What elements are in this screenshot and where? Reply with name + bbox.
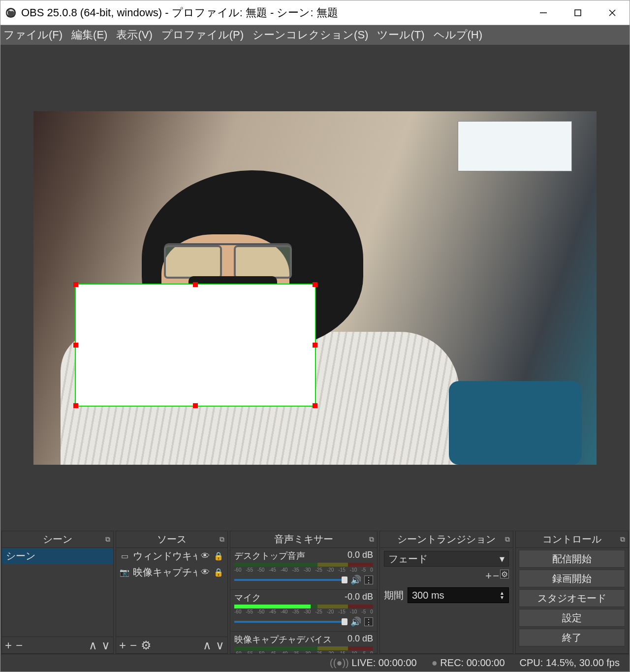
mixer-dock: 音声ミキサー ⧉ デスクトップ音声0.0 dB-60-55-50-45-40-3…: [230, 531, 378, 654]
selected-source-box[interactable]: [75, 284, 316, 407]
scene-item[interactable]: シーン: [2, 548, 113, 564]
mixer-db-value: 0.0 dB: [347, 550, 373, 562]
scenes-list[interactable]: シーン: [2, 548, 113, 637]
minimize-button[interactable]: [526, 0, 561, 25]
mixer-list: デスクトップ音声0.0 dB-60-55-50-45-40-35-30-25-2…: [230, 548, 377, 653]
settings-button[interactable]: 設定: [519, 609, 625, 627]
duration-label: 期間: [384, 589, 404, 602]
app-window: OBS 25.0.8 (64-bit, windows) - プロファイル: 無…: [0, 0, 630, 672]
transitions-dock: シーントランジション ⧉ フェード ▾ + − ⚙ 期間 300 ms ▲▼: [379, 531, 513, 654]
preview-canvas[interactable]: [33, 111, 597, 465]
popout-icon[interactable]: ⧉: [505, 535, 510, 544]
remove-transition-button[interactable]: −: [493, 570, 499, 582]
scenes-title: シーン: [2, 533, 113, 546]
lock-toggle-icon[interactable]: 🔒: [214, 551, 223, 561]
audio-meter: [234, 646, 373, 650]
camera-icon: 📷: [120, 568, 129, 577]
start-streaming-button[interactable]: 配信開始: [519, 550, 625, 568]
audio-meter: [234, 605, 373, 608]
menu-edit[interactable]: 編集(E): [71, 28, 107, 42]
mute-button-icon[interactable]: 🔊: [350, 616, 361, 627]
visibility-toggle-icon[interactable]: 👁: [201, 551, 210, 561]
svg-rect-3: [575, 10, 581, 16]
source-item-label: ウィンドウキャプチャ: [133, 549, 197, 563]
mixer-channel: 映像キャプチャデバイス0.0 dB-60-55-50-45-40-35-30-2…: [230, 632, 377, 653]
mixer-db-value: 0.0 dB: [347, 634, 373, 645]
resize-handle-br[interactable]: [313, 403, 317, 408]
source-properties-button[interactable]: ⚙: [141, 639, 152, 652]
mute-button-icon[interactable]: 🔊: [350, 575, 361, 585]
volume-slider[interactable]: [234, 579, 347, 581]
menubar: ファイル(F) 編集(E) 表示(V) プロファイル(P) シーンコレクション(…: [0, 25, 630, 45]
sources-dock: ソース ⧉ ▭ ウィンドウキャプチャ 👁 🔒 📷 映像キャプチャデバイス 👁 🔒: [116, 531, 228, 654]
source-down-button[interactable]: ∨: [216, 639, 224, 652]
source-up-button[interactable]: ∧: [203, 639, 212, 652]
sources-title: ソース: [116, 533, 227, 546]
controls-title: コントロール: [516, 533, 628, 546]
broadcast-icon: ((●)): [330, 657, 349, 668]
remove-source-button[interactable]: −: [130, 639, 137, 652]
mixer-db-value: -0.0 dB: [345, 592, 373, 604]
resize-handle-tr[interactable]: [313, 282, 317, 287]
start-recording-button[interactable]: 録画開始: [519, 570, 625, 587]
transition-properties-button[interactable]: ⚙: [500, 570, 509, 578]
spin-arrows-icon[interactable]: ▲▼: [500, 591, 504, 600]
statusbar: ((●)) LIVE: 00:00:00 ● REC: 00:00:00 CPU…: [0, 654, 630, 672]
duration-spinbox[interactable]: 300 ms ▲▼: [408, 587, 509, 603]
background-pillow: [449, 381, 582, 465]
resize-handle-mr[interactable]: [313, 343, 317, 348]
person-glasses: [164, 243, 292, 278]
resize-handle-tm[interactable]: [193, 282, 198, 287]
close-button[interactable]: [595, 0, 630, 25]
maximize-button[interactable]: [561, 0, 595, 25]
titlebar: OBS 25.0.8 (64-bit, windows) - プロファイル: 無…: [0, 0, 630, 25]
preview-area[interactable]: [0, 45, 630, 531]
menu-file[interactable]: ファイル(F): [3, 28, 63, 42]
menu-view[interactable]: 表示(V): [116, 28, 152, 42]
add-transition-button[interactable]: +: [485, 570, 492, 582]
mixer-channel-name: デスクトップ音声: [234, 550, 305, 562]
scene-up-button[interactable]: ∧: [89, 639, 97, 652]
visibility-toggle-icon[interactable]: 👁: [201, 567, 210, 577]
transition-selected-label: フェード: [388, 552, 428, 566]
exit-button[interactable]: 終了: [519, 629, 625, 646]
lock-toggle-icon[interactable]: 🔒: [214, 568, 223, 577]
chevron-down-icon: ▾: [500, 553, 504, 565]
remove-scene-button[interactable]: −: [16, 639, 23, 652]
audio-meter: [234, 563, 373, 567]
menu-help[interactable]: ヘルプ(H): [434, 28, 483, 42]
scenes-dock: シーン ⧉ シーン + − ∧ ∨: [1, 531, 114, 654]
resize-handle-bm[interactable]: [193, 403, 198, 408]
status-rec: ● REC: 00:00:00: [432, 657, 505, 669]
meter-ticks: -60-55-50-45-40-35-30-25-20-15-10-50: [234, 567, 373, 573]
record-dot-icon: ●: [432, 657, 438, 668]
popout-icon[interactable]: ⧉: [220, 535, 224, 544]
scene-down-button[interactable]: ∨: [101, 639, 110, 652]
resize-handle-bl[interactable]: [73, 403, 78, 408]
studio-mode-button[interactable]: スタジオモード: [519, 589, 625, 607]
menu-profile[interactable]: プロファイル(P): [161, 28, 244, 42]
transition-select[interactable]: フェード ▾: [384, 551, 509, 567]
add-scene-button[interactable]: +: [5, 639, 12, 652]
sources-list[interactable]: ▭ ウィンドウキャプチャ 👁 🔒 📷 映像キャプチャデバイス 👁 🔒: [116, 548, 227, 637]
sources-toolbar: + − ⚙ ∧ ∨: [116, 637, 227, 653]
meter-ticks: -60-55-50-45-40-35-30-25-20-15-10-50: [234, 651, 373, 653]
menu-tools[interactable]: ツール(T): [377, 28, 424, 42]
resize-handle-ml[interactable]: [73, 343, 78, 348]
volume-slider[interactable]: [234, 621, 347, 623]
popout-icon[interactable]: ⧉: [105, 535, 110, 544]
source-item[interactable]: 📷 映像キャプチャデバイス 👁 🔒: [116, 564, 227, 580]
popout-icon[interactable]: ⧉: [620, 535, 625, 544]
scene-item-label: シーン: [6, 549, 35, 563]
mixer-channel: デスクトップ音声0.0 dB-60-55-50-45-40-35-30-25-2…: [230, 548, 377, 590]
resize-handle-tl[interactable]: [73, 282, 78, 287]
channel-options-button[interactable]: ⋮: [364, 617, 373, 626]
source-item[interactable]: ▭ ウィンドウキャプチャ 👁 🔒: [116, 548, 227, 564]
obs-logo-icon: [5, 7, 16, 18]
popout-icon[interactable]: ⧉: [369, 535, 374, 544]
status-live: ((●)) LIVE: 00:00:00: [330, 657, 417, 669]
add-source-button[interactable]: +: [119, 639, 126, 652]
channel-options-button[interactable]: ⋮: [364, 576, 373, 584]
menu-scene-collection[interactable]: シーンコレクション(S): [252, 28, 368, 42]
controls-body: 配信開始 録画開始 スタジオモード 設定 終了: [516, 548, 628, 648]
